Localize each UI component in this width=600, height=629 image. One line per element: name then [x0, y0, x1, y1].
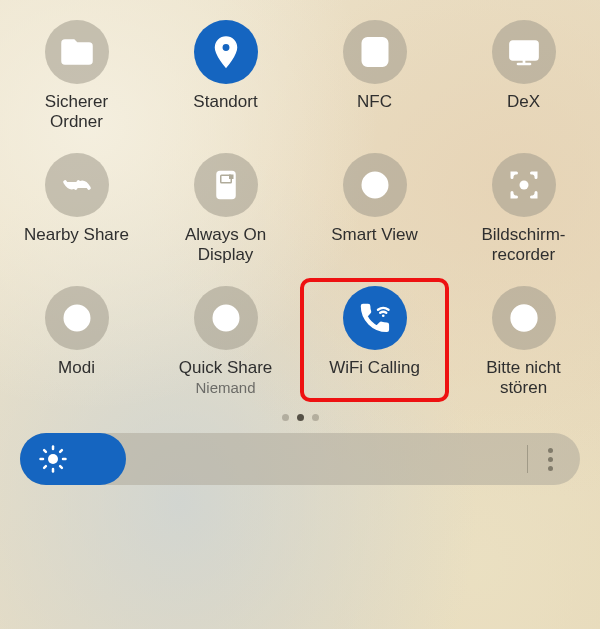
svg-point-18: [48, 454, 58, 464]
svg-rect-9: [229, 174, 234, 179]
qs-tile-smart-view[interactable]: Smart View: [302, 147, 447, 268]
qs-tile-label: Sicherer Ordner: [45, 92, 108, 133]
page-dot[interactable]: [297, 414, 304, 421]
qs-tile-label: Nearby Share: [24, 225, 129, 245]
qs-tile-dnd[interactable]: Bitte nicht stören: [451, 280, 596, 401]
location-pin-icon: [194, 20, 258, 84]
qs-tile-sublabel: Niemand: [195, 379, 255, 397]
slider-separator: [527, 445, 528, 473]
svg-point-11: [519, 180, 528, 189]
qs-tile-modes[interactable]: Modi: [4, 280, 149, 401]
svg-text:DeX: DeX: [515, 46, 533, 56]
page-dot[interactable]: [312, 414, 319, 421]
recorder-icon: [492, 153, 556, 217]
qs-tile-nearby-share[interactable]: Nearby Share: [4, 147, 149, 268]
svg-point-15: [381, 314, 384, 317]
qs-tile-label: Standort: [193, 92, 257, 112]
svg-line-22: [60, 466, 62, 468]
qs-tile-label: Bitte nicht stören: [486, 358, 561, 399]
brightness-more-button[interactable]: [530, 433, 570, 485]
qs-tile-screen-recorder[interactable]: Bildschirm- recorder: [451, 147, 596, 268]
qs-tile-label: Quick Share: [179, 358, 273, 378]
qs-tile-label: Modi: [58, 358, 95, 378]
svg-line-26: [60, 450, 62, 452]
svg-point-1: [221, 43, 229, 51]
quick-share-icon: [194, 286, 258, 350]
folder-lock-icon: [45, 20, 109, 84]
qs-tile-label: NFC: [357, 92, 392, 112]
qs-tile-wifi-calling[interactable]: WiFi Calling: [302, 280, 447, 401]
page-indicator: [0, 414, 600, 421]
svg-rect-2: [363, 39, 387, 66]
page-dot[interactable]: [282, 414, 289, 421]
brightness-icon: [38, 444, 68, 474]
qs-tile-label: Bildschirm- recorder: [481, 225, 565, 266]
modes-icon: [45, 286, 109, 350]
qs-tile-nfc[interactable]: NFC: [302, 14, 447, 135]
qs-tile-dex[interactable]: DeXDeX: [451, 14, 596, 135]
dnd-icon: [492, 286, 556, 350]
qs-tile-secure-folder[interactable]: Sicherer Ordner: [4, 14, 149, 135]
smart-view-icon: [343, 153, 407, 217]
svg-line-25: [44, 466, 46, 468]
dex-icon: DeX: [492, 20, 556, 84]
qs-tile-label: Smart View: [331, 225, 418, 245]
nearby-icon: [45, 153, 109, 217]
qs-tile-location[interactable]: Standort: [153, 14, 298, 135]
brightness-slider[interactable]: [20, 433, 580, 485]
qs-tile-label: Always On Display: [185, 225, 266, 266]
aod-icon: [194, 153, 258, 217]
qs-tile-label: WiFi Calling: [329, 358, 420, 378]
nfc-icon: [343, 20, 407, 84]
svg-line-21: [44, 450, 46, 452]
qs-tile-quick-share[interactable]: Quick ShareNiemand: [153, 280, 298, 401]
wifi-call-icon: [343, 286, 407, 350]
qs-tile-aod[interactable]: Always On Display: [153, 147, 298, 268]
qs-tile-label: DeX: [507, 92, 540, 112]
